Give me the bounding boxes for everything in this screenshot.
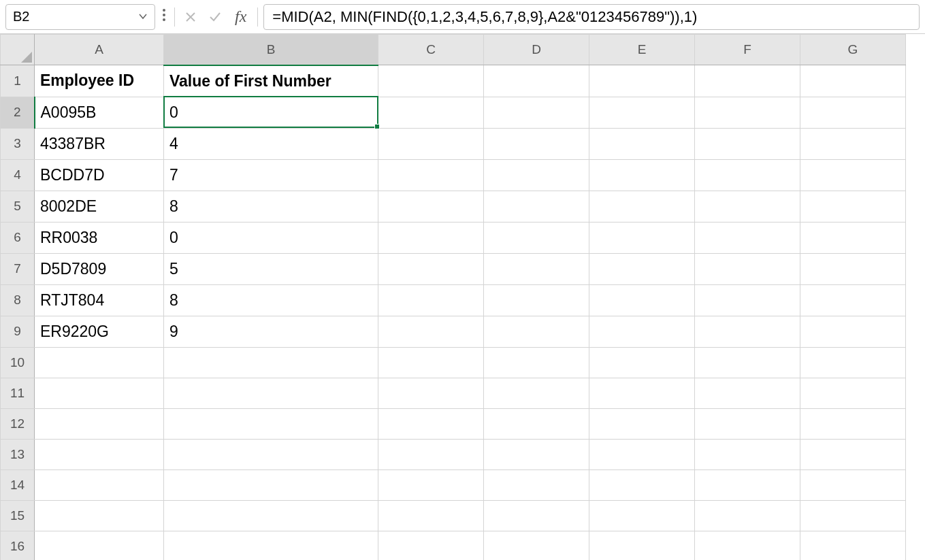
cell-D3[interactable] — [484, 128, 589, 159]
cell-E9[interactable] — [589, 316, 695, 347]
cell-C8[interactable] — [378, 284, 484, 316]
column-header-C[interactable]: C — [378, 35, 484, 65]
cell-A15[interactable] — [35, 500, 164, 531]
cell-G16[interactable] — [800, 531, 906, 560]
cell-D14[interactable] — [484, 470, 589, 500]
cell-D15[interactable] — [484, 500, 589, 531]
cell-B15[interactable] — [164, 500, 378, 531]
cell-A3[interactable]: 43387BR — [35, 128, 164, 159]
cell-F5[interactable] — [695, 191, 800, 222]
row-header-11[interactable]: 11 — [1, 378, 35, 408]
cell-A12[interactable] — [35, 408, 164, 439]
row-header-14[interactable]: 14 — [1, 470, 35, 500]
cell-B14[interactable] — [164, 470, 378, 500]
cell-A8[interactable]: RTJT804 — [35, 284, 164, 316]
cell-G14[interactable] — [800, 470, 906, 500]
cell-F15[interactable] — [695, 500, 800, 531]
cell-A11[interactable] — [35, 378, 164, 408]
cell-E12[interactable] — [589, 408, 695, 439]
cell-E3[interactable] — [589, 128, 695, 159]
cell-C7[interactable] — [378, 253, 484, 284]
cell-G12[interactable] — [800, 408, 906, 439]
cell-F12[interactable] — [695, 408, 800, 439]
cell-E5[interactable] — [589, 191, 695, 222]
cell-B4[interactable]: 7 — [164, 159, 378, 191]
cell-E1[interactable] — [589, 65, 695, 97]
fx-icon[interactable]: fx — [229, 7, 252, 26]
cell-F6[interactable] — [695, 222, 800, 253]
cell-F16[interactable] — [695, 531, 800, 560]
row-header-8[interactable]: 8 — [1, 284, 35, 316]
cell-G5[interactable] — [800, 191, 906, 222]
cell-C14[interactable] — [378, 470, 484, 500]
cell-B10[interactable] — [164, 347, 378, 378]
cell-G15[interactable] — [800, 500, 906, 531]
cell-F3[interactable] — [695, 128, 800, 159]
cell-B3[interactable]: 4 — [164, 128, 378, 159]
cell-E16[interactable] — [589, 531, 695, 560]
cell-B9[interactable]: 9 — [164, 316, 378, 347]
row-header-15[interactable]: 15 — [1, 500, 35, 531]
cell-D11[interactable] — [484, 378, 589, 408]
cell-D5[interactable] — [484, 191, 589, 222]
cell-D10[interactable] — [484, 347, 589, 378]
column-header-B[interactable]: B — [164, 35, 378, 65]
cell-E15[interactable] — [589, 500, 695, 531]
cell-E2[interactable] — [589, 97, 695, 128]
cell-C2[interactable] — [378, 97, 484, 128]
cell-B7[interactable]: 5 — [164, 253, 378, 284]
cell-C4[interactable] — [378, 159, 484, 191]
cell-B11[interactable] — [164, 378, 378, 408]
row-header-13[interactable]: 13 — [1, 439, 35, 470]
cell-D13[interactable] — [484, 439, 589, 470]
cell-G4[interactable] — [800, 159, 906, 191]
cell-F14[interactable] — [695, 470, 800, 500]
cell-E7[interactable] — [589, 253, 695, 284]
cell-F1[interactable] — [695, 65, 800, 97]
cell-A6[interactable]: RR0038 — [35, 222, 164, 253]
cell-E8[interactable] — [589, 284, 695, 316]
row-header-9[interactable]: 9 — [1, 316, 35, 347]
cell-A14[interactable] — [35, 470, 164, 500]
cell-A13[interactable] — [35, 439, 164, 470]
cell-B16[interactable] — [164, 531, 378, 560]
cell-A4[interactable]: BCDD7D — [35, 159, 164, 191]
cell-A1[interactable]: Employee ID — [35, 65, 164, 97]
cell-F8[interactable] — [695, 284, 800, 316]
row-header-10[interactable]: 10 — [1, 347, 35, 378]
cell-G9[interactable] — [800, 316, 906, 347]
cell-C16[interactable] — [378, 531, 484, 560]
cell-G10[interactable] — [800, 347, 906, 378]
cell-C11[interactable] — [378, 378, 484, 408]
row-header-3[interactable]: 3 — [1, 128, 35, 159]
cell-F11[interactable] — [695, 378, 800, 408]
cell-D9[interactable] — [484, 316, 589, 347]
cell-E13[interactable] — [589, 439, 695, 470]
cell-E11[interactable] — [589, 378, 695, 408]
cell-A5[interactable]: 8002DE — [35, 191, 164, 222]
cell-B5[interactable]: 8 — [164, 191, 378, 222]
formula-input[interactable]: =MID(A2, MIN(FIND({0,1,2,3,4,5,6,7,8,9},… — [263, 4, 920, 30]
cell-B8[interactable]: 8 — [164, 284, 378, 316]
cell-F4[interactable] — [695, 159, 800, 191]
cell-C1[interactable] — [378, 65, 484, 97]
cell-D4[interactable] — [484, 159, 589, 191]
cell-B1[interactable]: Value of First Number — [164, 65, 378, 97]
cell-D7[interactable] — [484, 253, 589, 284]
cell-D16[interactable] — [484, 531, 589, 560]
cell-E4[interactable] — [589, 159, 695, 191]
cell-B12[interactable] — [164, 408, 378, 439]
cell-D1[interactable] — [484, 65, 589, 97]
column-header-D[interactable]: D — [484, 35, 589, 65]
cell-G2[interactable] — [800, 97, 906, 128]
column-header-F[interactable]: F — [695, 35, 800, 65]
row-header-4[interactable]: 4 — [1, 159, 35, 191]
cell-C6[interactable] — [378, 222, 484, 253]
row-header-1[interactable]: 1 — [1, 65, 35, 97]
cell-E14[interactable] — [589, 470, 695, 500]
cell-D2[interactable] — [484, 97, 589, 128]
cell-G8[interactable] — [800, 284, 906, 316]
cell-G11[interactable] — [800, 378, 906, 408]
cell-C13[interactable] — [378, 439, 484, 470]
cell-E10[interactable] — [589, 347, 695, 378]
